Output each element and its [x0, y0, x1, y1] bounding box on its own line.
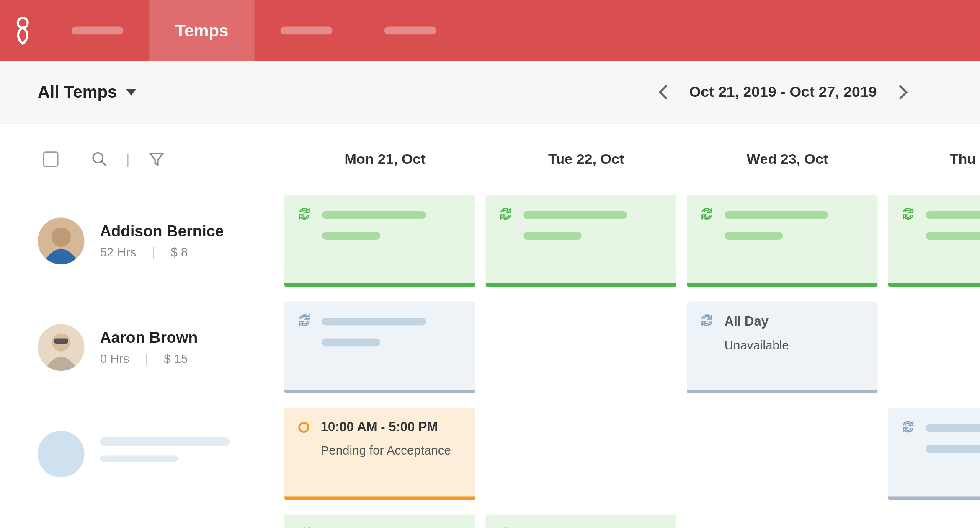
nav-tab-temps[interactable]: Temps — [150, 0, 255, 61]
svg-line-2 — [101, 161, 106, 166]
person-rate: $ 15 — [164, 352, 188, 366]
schedule-grid: | Mon 21, Oct Tue 22, Oct Wed 23, Oct Th… — [0, 124, 980, 528]
person-name: Aaron Brown — [100, 329, 198, 347]
person-cell[interactable] — [38, 408, 284, 500]
repeat-icon — [297, 313, 312, 329]
toolbar: All Temps Oct 21, 2019 - Oct 27, 2019 — [0, 61, 980, 124]
person-cell[interactable]: Aaron Brown 0 Hrs | $ 15 — [38, 301, 284, 393]
person-hours: 52 Hrs — [100, 246, 137, 260]
repeat-icon — [297, 207, 312, 223]
search-icon[interactable] — [91, 151, 108, 168]
top-nav: Temps — [0, 0, 980, 61]
shift-status: Pending for Acceptance — [321, 444, 462, 458]
temp-row: Addison Bernice 52 Hrs | $ 8 10:00 AM - … — [38, 195, 980, 287]
person-hours: 0 Hrs — [100, 352, 129, 366]
caret-down-icon — [126, 89, 137, 96]
temp-row — [38, 515, 980, 528]
day-header: Thu 24, Oct — [888, 151, 980, 168]
select-all-checkbox[interactable] — [43, 151, 58, 167]
shift-time: 10:00 AM - 5:00 PM — [321, 419, 438, 435]
repeat-icon — [498, 207, 513, 223]
shift-card-detailed[interactable]: All Day Unavailable — [687, 301, 878, 393]
shift-card[interactable] — [284, 301, 475, 393]
day-header: Tue 22, Oct — [485, 151, 686, 168]
day-header: Mon 21, Oct — [284, 151, 486, 168]
avatar — [38, 217, 85, 264]
person-cell[interactable] — [38, 515, 284, 528]
temp-row: Aaron Brown 0 Hrs | $ 15 All Day Unavail… — [38, 301, 980, 393]
repeat-icon — [700, 207, 714, 223]
day-header-row: | Mon 21, Oct Tue 22, Oct Wed 23, Oct Th… — [38, 124, 980, 195]
nav-tab-3[interactable] — [254, 0, 358, 61]
shift-card[interactable] — [284, 195, 475, 287]
shift-role: Unavailable — [725, 339, 865, 353]
temp-row: 10:00 AM - 5:00 PM Pending for Acceptanc… — [38, 408, 980, 500]
shift-card[interactable] — [687, 195, 878, 287]
svg-rect-7 — [54, 339, 68, 344]
filter-icon[interactable] — [148, 151, 165, 168]
filter-label: All Temps — [38, 82, 117, 102]
shift-card-pending[interactable]: 10:00 AM - 5:00 PM Pending for Acceptanc… — [284, 408, 475, 500]
person-meta: 52 Hrs | $ 8 — [100, 246, 224, 260]
nav-tab-1[interactable] — [46, 0, 150, 61]
svg-point-8 — [299, 422, 309, 432]
next-week-button[interactable] — [893, 85, 908, 99]
filter-dropdown[interactable]: All Temps — [38, 82, 137, 102]
pending-icon — [297, 421, 310, 434]
app-logo-icon[interactable] — [0, 16, 46, 45]
svg-point-0 — [18, 18, 28, 28]
svg-point-4 — [51, 228, 71, 247]
person-cell[interactable]: Addison Bernice 52 Hrs | $ 8 — [38, 195, 284, 287]
repeat-icon — [700, 313, 714, 329]
nav-tab-temps-label: Temps — [175, 21, 229, 41]
meta-placeholder — [100, 456, 178, 462]
tool-separator: | — [126, 151, 130, 168]
avatar-placeholder — [38, 431, 85, 478]
row-tools: | — [38, 151, 284, 168]
repeat-icon — [498, 526, 513, 528]
repeat-icon — [901, 419, 915, 436]
day-header: Wed 23, Oct — [687, 151, 888, 168]
repeat-icon — [297, 526, 312, 528]
prev-week-button[interactable] — [658, 85, 673, 99]
shift-card[interactable] — [485, 515, 676, 528]
avatar — [38, 324, 85, 371]
date-range-label: Oct 21, 2019 - Oct 27, 2019 — [689, 83, 877, 101]
shift-card[interactable] — [888, 195, 980, 287]
svg-point-1 — [93, 153, 103, 163]
person-name: Addison Bernice — [100, 222, 224, 240]
shift-card[interactable] — [888, 408, 980, 500]
shift-time: All Day — [725, 314, 769, 329]
shift-card[interactable] — [284, 515, 475, 528]
person-rate: $ 8 — [171, 246, 188, 260]
repeat-icon — [901, 207, 915, 223]
shift-card[interactable] — [485, 195, 676, 287]
name-placeholder — [100, 437, 230, 446]
nav-tab-4[interactable] — [358, 0, 462, 61]
date-range-nav: Oct 21, 2019 - Oct 27, 2019 — [137, 83, 980, 101]
person-meta: 0 Hrs | $ 15 — [100, 352, 198, 366]
